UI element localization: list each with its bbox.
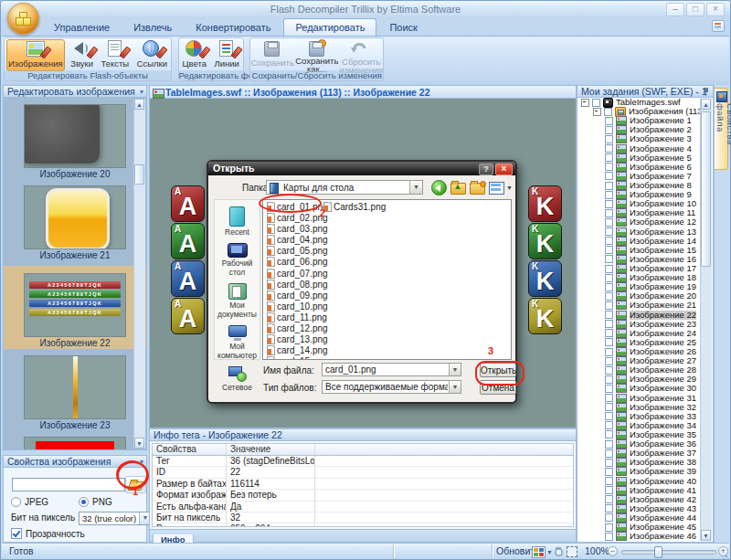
file-item[interactable]: card_07.png [267,269,328,280]
zoom-slider-track[interactable] [621,550,716,555]
chevron-down-icon[interactable]: ▼ [449,381,461,393]
title-bar[interactable]: Flash Decompiler Trillix by Eltima Softw… [1,1,730,17]
image-canvas[interactable]: AA AA AA AA KK KK KK KK Открыть ? × [149,99,577,428]
zoom-out-button[interactable]: − [608,546,618,556]
checkbox[interactable] [605,495,613,503]
checkbox[interactable] [605,255,613,263]
chevron-down-icon[interactable]: ▼ [409,181,422,194]
resize-grip[interactable] [720,550,727,557]
tree-item-image[interactable]: Изображение 21 [577,301,713,310]
sounds-button[interactable]: Звуки [69,39,95,71]
checkbox[interactable] [605,477,613,485]
checkbox[interactable] [605,523,613,532]
maximize-button[interactable]: □ [686,3,705,16]
checkbox[interactable] [605,459,613,467]
transparency-checkbox[interactable]: Прозрачность [11,528,85,540]
checkbox[interactable] [605,274,613,282]
checkbox[interactable] [605,504,613,512]
image-path-input[interactable] [12,478,125,491]
checkbox[interactable] [605,283,613,291]
checkbox[interactable] [605,440,613,449]
checkbox[interactable] [605,320,613,328]
tree-item-image[interactable]: Изображение 12 [577,217,713,227]
application-menu-orb[interactable] [7,3,39,35]
scrollbar-thumb[interactable] [701,111,711,267]
images-button[interactable]: Изображения [6,39,65,71]
bpp-select[interactable]: 32 (true color) ▼ [79,512,152,525]
checkbox[interactable] [605,292,613,301]
tree-item-image[interactable]: Изображение 39 [577,467,713,476]
checkbox[interactable] [605,430,613,438]
checkbox[interactable] [605,117,613,125]
checkbox[interactable] [605,385,613,393]
checkbox[interactable] [605,357,613,365]
minimize-button[interactable]: – [666,3,684,16]
file-item[interactable]: card_13.png [267,334,328,345]
save-as-button[interactable]: Сохранить как... [297,39,337,74]
checkbox[interactable] [605,533,613,541]
thumbnail-image-20[interactable]: Изображение 20 [24,104,126,179]
thumbnails-scrollbar[interactable]: ▲ ▼ [133,99,145,449]
tab-redaktirovat[interactable]: Редактировать [283,18,376,36]
checkbox[interactable] [605,144,613,153]
file-item[interactable]: card_06.png [267,257,328,268]
thumbnail-image-24[interactable] [24,437,126,450]
scroll-up-icon[interactable]: ▲ [701,99,711,110]
checkbox[interactable] [605,421,613,429]
checkbox[interactable] [605,135,613,143]
thumbnail-image-22-selected[interactable]: A23456789TJQK A23456789TJQK A23456789TJQ… [4,266,146,349]
place-my-computer[interactable]: Мой компьютер [215,325,260,360]
view-menu-button[interactable] [489,182,504,195]
table-row[interactable]: ID 22 [153,467,573,478]
checkbox[interactable] [605,412,613,420]
checkbox[interactable] [592,99,600,107]
file-item[interactable]: card_02.png [267,213,328,224]
place-recent[interactable]: Recent [215,206,260,237]
filetype-select[interactable]: Все поддерживаемые форматы изображен ▼ [322,380,461,394]
up-one-level-button[interactable] [450,183,466,195]
file-item[interactable]: card_14.png [267,345,328,356]
checkbox[interactable] [605,366,613,375]
scroll-down-icon[interactable]: ▼ [134,438,144,449]
checkbox[interactable] [605,403,613,411]
chevron-down-icon[interactable]: ▼ [506,185,513,191]
checkbox[interactable] [605,163,613,171]
tab-poisk[interactable]: Поиск [378,19,428,36]
checkbox[interactable] [605,227,613,236]
hand-tool-icon[interactable] [554,546,564,558]
scroll-up-icon[interactable]: ▲ [134,99,144,110]
checkbox[interactable] [605,126,613,134]
checkbox[interactable] [605,209,613,217]
file-item[interactable]: card_10.png [267,301,328,312]
table-row[interactable]: Формат изображения Без потерь [153,490,573,501]
checkbox[interactable] [605,338,613,346]
table-row[interactable]: Размер 650 x 264 [153,523,573,527]
chevron-down-icon[interactable]: ▾ [140,86,143,98]
file-item[interactable]: card_05.png [267,246,328,257]
filename-input[interactable]: card_01.png ▼ [322,363,461,376]
checkbox[interactable] [605,172,613,180]
png-radio[interactable]: PNG [79,497,112,507]
lines-button[interactable]: Линии [212,39,240,71]
scroll-down-icon[interactable]: ▼ [701,530,711,541]
jpeg-radio[interactable]: JPEG [11,497,48,507]
file-item[interactable]: card_03.png [267,224,328,235]
checkbox[interactable] [605,468,613,476]
checkbox[interactable] [605,182,613,190]
checkbox[interactable] [605,375,613,384]
dialog-close-button[interactable]: × [495,164,513,175]
new-folder-button[interactable] [470,183,485,195]
checkbox[interactable] [605,394,613,402]
file-item[interactable]: card_04.png [267,235,328,246]
checkbox[interactable] [605,301,613,310]
table-row[interactable]: Тег 36 (stagDefineBitsLossless2) [153,456,573,467]
place-my-documents[interactable]: Мои документы [215,283,260,319]
checkbox[interactable] [605,486,613,494]
tree-item-image[interactable]: Изображение 30 [577,384,713,393]
tab-izvlech[interactable]: Извлечь [122,19,183,36]
checkbox[interactable] [605,311,613,319]
dialog-help-button[interactable]: ? [479,164,493,175]
checkbox[interactable] [605,329,613,337]
file-item[interactable]: card_12.png [267,323,328,334]
checkbox[interactable] [605,200,613,208]
